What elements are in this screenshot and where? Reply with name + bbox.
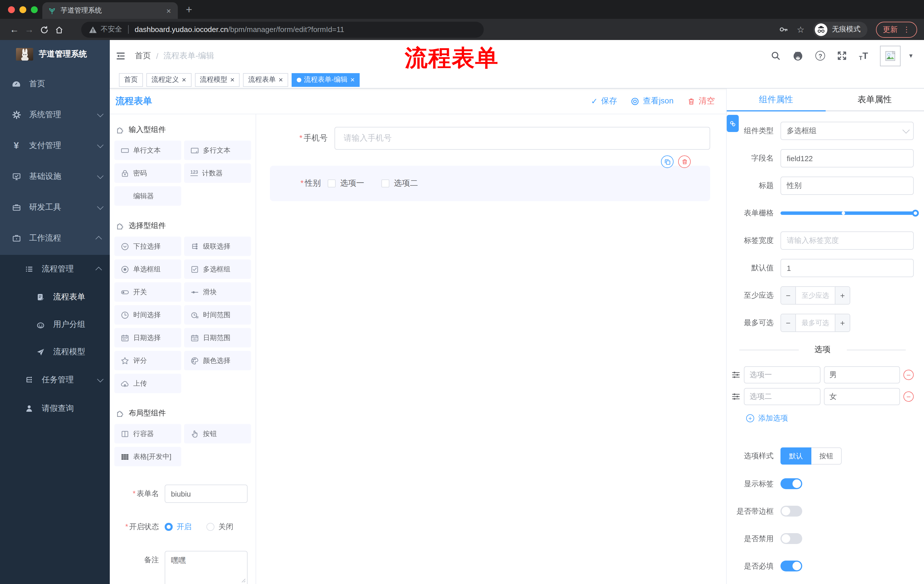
palette-item-button[interactable]: 按钮 bbox=[184, 424, 251, 443]
plus-button[interactable]: + bbox=[835, 314, 850, 331]
update-button[interactable]: 更新 ⋮ bbox=[876, 21, 917, 38]
close-window-button[interactable] bbox=[8, 6, 15, 13]
title-input[interactable]: 性别 bbox=[780, 176, 914, 195]
delete-component-button[interactable] bbox=[678, 155, 691, 168]
canvas-field-phone[interactable]: *手机号 请输入手机号 bbox=[270, 127, 710, 150]
plus-button[interactable]: + bbox=[835, 287, 850, 304]
palette-item-cascader[interactable]: 级联选择 bbox=[184, 237, 251, 256]
palette-item-upload[interactable]: 上传 bbox=[114, 374, 181, 393]
palette-item-slider[interactable]: 滑块 bbox=[184, 282, 251, 302]
copy-component-button[interactable] bbox=[661, 155, 673, 168]
sidebar-item-home[interactable]: 首页 bbox=[0, 69, 110, 99]
close-icon[interactable]: × bbox=[230, 76, 234, 84]
palette-item-row-container[interactable]: 行容器 bbox=[114, 424, 181, 443]
palette-item-date-range[interactable]: 日期范围 bbox=[184, 328, 251, 347]
sidebar-item-process-form[interactable]: 流程表单 bbox=[0, 283, 110, 311]
add-option-button[interactable]: + 添加选项 bbox=[746, 413, 914, 423]
slider-track[interactable] bbox=[780, 211, 914, 215]
tag-process-definition[interactable]: 流程定义× bbox=[146, 73, 191, 87]
sidebar-item-system[interactable]: 系统管理 bbox=[0, 99, 110, 130]
remove-option-button[interactable]: − bbox=[903, 392, 914, 402]
show-label-toggle[interactable] bbox=[780, 478, 802, 489]
url-path[interactable]: /bpm/manager/form/edit?formId=11 bbox=[228, 25, 344, 34]
option-label-input[interactable]: 选项一 bbox=[744, 366, 820, 383]
palette-item-radio-group[interactable]: 单选框组 bbox=[114, 260, 181, 279]
link-tag[interactable] bbox=[727, 115, 739, 132]
key-icon[interactable] bbox=[779, 25, 788, 34]
sidebar-item-leave-query[interactable]: 请假查询 bbox=[0, 394, 110, 423]
view-json-button[interactable]: 查看json bbox=[631, 96, 673, 106]
required-toggle[interactable] bbox=[780, 561, 802, 571]
forward-icon[interactable]: → bbox=[22, 24, 36, 35]
text-size-icon[interactable]: TT bbox=[859, 51, 868, 61]
style-button-button[interactable]: 按钮 bbox=[811, 447, 842, 465]
sidebar-item-payment[interactable]: ¥ 支付管理 bbox=[0, 130, 110, 161]
close-icon[interactable]: × bbox=[350, 76, 355, 84]
drag-handle-icon[interactable] bbox=[731, 370, 741, 380]
sidebar-collapse-icon[interactable] bbox=[116, 51, 126, 61]
form-canvas[interactable]: *手机号 请输入手机号 bbox=[256, 114, 726, 584]
gender-option-1[interactable]: 选项一 bbox=[328, 178, 364, 189]
status-off-radio[interactable]: 关闭 bbox=[206, 518, 233, 536]
palette-item-textarea[interactable]: 多行文本 bbox=[184, 141, 251, 160]
sidebar-item-infra[interactable]: 基础设施 bbox=[0, 161, 110, 192]
disabled-toggle[interactable] bbox=[780, 533, 802, 544]
maximize-window-button[interactable] bbox=[31, 6, 38, 13]
tab-close-icon[interactable]: × bbox=[165, 6, 172, 15]
gender-option-2[interactable]: 选项二 bbox=[381, 178, 418, 189]
tag-process-form-edit[interactable]: 流程表单-编辑× bbox=[292, 73, 360, 87]
palette-item-editor[interactable]: 编辑器 bbox=[114, 186, 181, 206]
max-select-value[interactable]: 最多可选 bbox=[796, 314, 835, 331]
sidebar-item-workflow[interactable]: 工作流程 bbox=[0, 223, 110, 254]
option-value-input[interactable]: 男 bbox=[823, 366, 900, 383]
browser-tab[interactable]: 芋道管理系统 × bbox=[42, 2, 178, 19]
new-tab-button[interactable]: + bbox=[186, 1, 192, 18]
url-bar[interactable]: 不安全 dashboard.yudao.iocoder.cn/bpm/manag… bbox=[81, 21, 484, 38]
status-on-radio[interactable]: 开启 bbox=[165, 518, 191, 536]
option-value-input[interactable]: 女 bbox=[823, 388, 900, 405]
palette-item-rate[interactable]: 评分 bbox=[114, 351, 181, 370]
tag-home[interactable]: 首页 bbox=[119, 73, 143, 87]
option-label-input[interactable]: 选项二 bbox=[744, 388, 820, 405]
phone-input[interactable]: 请输入手机号 bbox=[335, 127, 710, 150]
window-controls[interactable] bbox=[0, 0, 42, 19]
tag-process-model[interactable]: 流程模型× bbox=[195, 73, 239, 87]
palette-item-time-range[interactable]: 时间范围 bbox=[184, 305, 251, 324]
form-remark-textarea[interactable]: 嘿嘿 bbox=[165, 551, 248, 584]
style-default-button[interactable]: 默认 bbox=[780, 447, 811, 465]
palette-item-color-picker[interactable]: 颜色选择 bbox=[184, 351, 251, 370]
browser-menu-icon[interactable]: ⋮ bbox=[903, 25, 910, 34]
tab-form-props[interactable]: 表单属性 bbox=[825, 89, 924, 110]
reload-icon[interactable] bbox=[36, 24, 51, 35]
default-value-input[interactable]: 1 bbox=[780, 259, 914, 277]
github-icon[interactable] bbox=[792, 50, 804, 61]
max-select-stepper[interactable]: − 最多可选 + bbox=[780, 314, 850, 332]
sidebar-item-task-mgmt[interactable]: 任务管理 bbox=[0, 366, 110, 394]
palette-item-date-picker[interactable]: 日期选择 bbox=[114, 328, 181, 347]
form-name-input[interactable]: biubiu bbox=[165, 485, 248, 503]
drag-handle-icon[interactable] bbox=[731, 392, 741, 401]
breadcrumb-home[interactable]: 首页 bbox=[135, 51, 151, 61]
palette-item-checkbox-group[interactable]: 多选框组 bbox=[184, 260, 251, 279]
url-host[interactable]: dashboard.yudao.iocoder.cn bbox=[135, 25, 228, 34]
home-icon[interactable] bbox=[51, 24, 66, 35]
palette-item-switch[interactable]: 开关 bbox=[114, 282, 181, 302]
palette-item-table[interactable]: 表格[开发中] bbox=[114, 447, 181, 466]
bookmark-star-icon[interactable]: ☆ bbox=[797, 24, 805, 35]
sidebar-item-process-model[interactable]: 流程模型 bbox=[0, 338, 110, 366]
avatar[interactable] bbox=[880, 45, 901, 66]
close-icon[interactable]: × bbox=[279, 76, 283, 84]
palette-item-time-picker[interactable]: 时间选择 bbox=[114, 305, 181, 324]
palette-item-password[interactable]: 密码 bbox=[114, 163, 181, 183]
app-logo[interactable]: 芋道管理系统 bbox=[0, 40, 110, 69]
palette-item-counter[interactable]: 123 计数器 bbox=[184, 163, 251, 183]
tab-component-props[interactable]: 组件属性 bbox=[727, 89, 825, 110]
sidebar-item-process-mgmt[interactable]: 流程管理 bbox=[0, 255, 110, 283]
min-select-value[interactable]: 至少应选 bbox=[796, 287, 835, 304]
checkbox-icon[interactable] bbox=[328, 179, 336, 188]
min-select-stepper[interactable]: − 至少应选 + bbox=[780, 286, 850, 304]
tag-process-form[interactable]: 流程表单× bbox=[243, 73, 288, 87]
border-toggle[interactable] bbox=[780, 506, 802, 517]
canvas-field-gender-selected[interactable]: *性别 选项一 选项二 bbox=[270, 166, 710, 201]
help-icon[interactable]: ? bbox=[815, 51, 825, 61]
